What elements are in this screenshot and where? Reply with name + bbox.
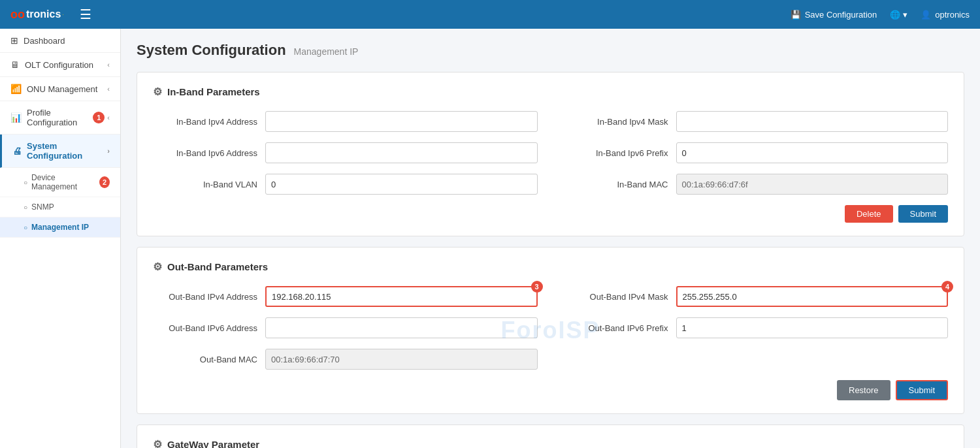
outband-ipv6-prefix-label: Out-Band IPv6 Prefix (564, 323, 668, 333)
inband-ipv4-address-group: In-Band Ipv4 Address (153, 111, 538, 132)
outband-ipv4-address-input[interactable] (265, 286, 538, 307)
outband-badge-4: 4 (941, 281, 953, 293)
user-label: optronics (935, 10, 970, 20)
inband-icon: ⚙ (153, 86, 162, 98)
sidebar: ⊞ Dashboard 🖥 OLT Configuration ‹ 📶 ONU … (0, 29, 121, 448)
sidebar-sub-device-mgmt[interactable]: ○ Device Management 2 (0, 168, 120, 197)
inband-ipv6-prefix-input[interactable] (676, 142, 949, 163)
inband-submit-button[interactable]: Submit (898, 205, 948, 223)
sidebar-item-onu-mgmt[interactable]: 📶 ONU Management ‹ (0, 77, 120, 101)
sidebar-item-system-config[interactable]: 🖨 System Configuration › (0, 135, 120, 168)
navbar-left: oo tronics · ☰ (10, 4, 97, 25)
globe-icon: 🌐 (890, 10, 900, 20)
page-title: System Configuration (137, 42, 286, 59)
inband-ipv6-prefix-label: In-Band Ipv6 Prefix (564, 148, 668, 158)
outband-icon: ⚙ (153, 261, 162, 273)
outband-ipv6-prefix-input[interactable] (676, 317, 949, 338)
user-icon: 👤 (921, 10, 931, 20)
inband-ipv6-address-group: In-Band Ipv6 Address (153, 142, 538, 163)
inband-section-title: ⚙ In-Band Parameters (153, 86, 948, 98)
inband-mac-label: In-Band MAC (564, 180, 668, 189)
sidebar-label-olt-config: OLT Configuration (25, 60, 93, 70)
page-header: System Configuration Management IP (137, 42, 964, 59)
sidebar-item-olt-config[interactable]: 🖥 OLT Configuration ‹ (0, 53, 120, 77)
logo: oo tronics · (10, 8, 64, 22)
outband-ipv6-address-input[interactable] (265, 317, 538, 338)
outband-mac-input (265, 349, 538, 370)
outband-ipv6-address-group: Out-Band IPv6 Address (153, 317, 538, 338)
dot-icon-device: ○ (24, 179, 27, 186)
page-subtitle: Management IP (294, 46, 359, 57)
sidebar-sub-management-ip[interactable]: ○ Management IP (0, 217, 120, 238)
system-icon: 🖨 (12, 146, 22, 156)
logo-prefix: oo (10, 8, 25, 22)
outband-ipv4-mask-group: 4 Out-Band IPv4 Mask (564, 286, 949, 307)
inband-ipv4-mask-input[interactable] (676, 111, 949, 132)
sidebar-label-onu-mgmt: ONU Management (27, 84, 97, 94)
sidebar-item-dashboard[interactable]: ⊞ Dashboard (0, 29, 120, 53)
sidebar-label-profile-config: Profile Configuration (27, 108, 93, 127)
inband-vlan-group: In-Band VLAN (153, 174, 538, 195)
outband-mac-group: Out-Band MAC (153, 349, 538, 370)
inband-ipv4-mask-group: In-Band Ipv4 Mask (564, 111, 949, 132)
sidebar-label-system-config: System Configuration (27, 141, 107, 161)
sidebar-sub-label-management-ip: Management IP (31, 223, 89, 232)
outband-ipv6-prefix-group: Out-Band IPv6 Prefix (564, 317, 949, 338)
olt-icon: 🖥 (10, 59, 20, 70)
save-config-button[interactable]: 💾 Save Configuration (791, 10, 877, 20)
gateway-section: ⚙ GateWay Parameter 6 IPv4 GateWay IPv6 … (137, 424, 964, 448)
outband-ipv4-mask-input[interactable] (676, 286, 949, 307)
outband-ipv4-address-group: 3 Out-Band IPv4 Address (153, 286, 538, 307)
chevron-right-icon: ‹ (107, 61, 110, 69)
outband-ipv6-address-label: Out-Band IPv6 Address (153, 323, 257, 333)
outband-ipv4-address-label: Out-Band IPv4 Address (153, 292, 257, 302)
inband-ipv4-mask-label: In-Band Ipv4 Mask (564, 117, 668, 127)
sidebar-item-profile-config[interactable]: 📊 Profile Configuration 1 ‹ (0, 101, 120, 135)
chevron-down-icon: › (107, 147, 110, 155)
inband-ipv6-prefix-group: In-Band Ipv6 Prefix (564, 142, 949, 163)
profile-badge: 1 (93, 112, 105, 123)
gateway-icon: ⚙ (153, 438, 162, 448)
logo-dot: · (62, 12, 63, 18)
sidebar-sub-label-device-mgmt: Device Management (31, 173, 95, 191)
inband-ipv6-address-label: In-Band Ipv6 Address (153, 148, 257, 158)
outband-section: ForoISP ⚙ Out-Band Parameters 3 Out-Band… (137, 247, 964, 414)
chevron-right-icon-3: ‹ (107, 114, 110, 121)
inband-vlan-input[interactable] (265, 174, 538, 195)
sidebar-sub-label-snmp: SNMP (31, 202, 54, 212)
outband-badge-3: 3 (531, 281, 543, 293)
outband-restore-button[interactable]: Restore (837, 380, 890, 400)
language-button[interactable]: 🌐 ▾ (890, 10, 907, 20)
outband-mac-label: Out-Band MAC (153, 355, 257, 364)
outband-submit-button[interactable]: Submit (896, 380, 948, 400)
save-config-label: Save Configuration (805, 10, 877, 20)
inband-delete-button[interactable]: Delete (845, 205, 893, 223)
logo-suffix: tronics (26, 8, 61, 20)
navbar-right: 💾 Save Configuration 🌐 ▾ 👤 optronics (791, 10, 970, 20)
navbar: oo tronics · ☰ 💾 Save Configuration 🌐 ▾ … (0, 0, 980, 29)
gateway-section-title: ⚙ GateWay Parameter (153, 438, 948, 448)
outband-section-title: ⚙ Out-Band Parameters (153, 261, 948, 273)
user-button[interactable]: 👤 optronics (921, 10, 970, 20)
inband-ipv6-address-input[interactable] (265, 142, 538, 163)
chevron-right-icon-2: ‹ (107, 85, 110, 93)
lang-chevron: ▾ (903, 10, 907, 20)
onu-icon: 📶 (10, 84, 22, 94)
inband-vlan-label: In-Band VLAN (153, 180, 257, 189)
inband-form-grid: In-Band Ipv4 Address In-Band Ipv4 Mask I… (153, 111, 948, 195)
sidebar-badge-2: 2 (99, 176, 110, 188)
inband-mac-input (676, 174, 949, 195)
sidebar-sub-snmp[interactable]: ○ SNMP (0, 197, 120, 217)
dot-icon-mgmt-ip: ○ (24, 224, 27, 231)
main-content: System Configuration Management IP ⚙ In-… (121, 29, 980, 448)
save-icon: 💾 (791, 10, 801, 20)
dot-icon-snmp: ○ (24, 204, 27, 211)
profile-icon: 📊 (10, 112, 22, 123)
inband-ipv4-address-input[interactable] (265, 111, 538, 132)
hamburger-button[interactable]: ☰ (74, 4, 97, 25)
inband-button-row: Delete Submit (153, 205, 948, 223)
inband-section: ⚙ In-Band Parameters In-Band Ipv4 Addres… (137, 72, 964, 236)
outband-form-grid: 3 Out-Band IPv4 Address 4 Out-Band IPv4 … (153, 286, 948, 370)
outband-button-row: Restore Submit (153, 380, 948, 400)
outband-ipv4-mask-label: Out-Band IPv4 Mask (564, 292, 668, 302)
